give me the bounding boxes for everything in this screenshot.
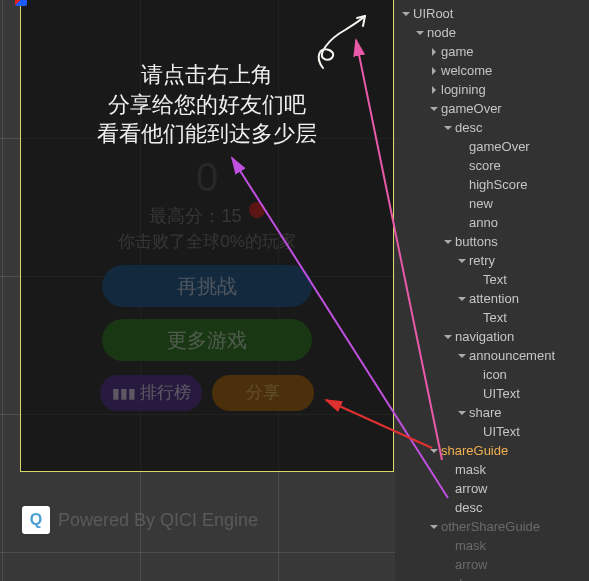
share-guide-line2: 分享给您的好友们吧 (20, 90, 394, 120)
caret-down-icon[interactable] (429, 446, 439, 456)
tree-item-label: UIText (483, 386, 520, 401)
tree-item-label: arrow (455, 557, 488, 572)
tree-item[interactable]: highScore (395, 175, 589, 194)
caret-none (443, 465, 453, 475)
tree-item[interactable]: gameOver (395, 137, 589, 156)
caret-none (457, 199, 467, 209)
caret-right-icon[interactable] (429, 66, 439, 76)
tree-item[interactable]: Text (395, 270, 589, 289)
caret-right-icon[interactable] (429, 47, 439, 57)
tree-item-label: retry (469, 253, 495, 268)
caret-down-icon[interactable] (429, 104, 439, 114)
tree-item[interactable]: announcement (395, 346, 589, 365)
tree-item[interactable]: arrow (395, 479, 589, 498)
caret-none (443, 503, 453, 513)
tree-item-label: score (469, 158, 501, 173)
tree-item[interactable]: arrow (395, 555, 589, 574)
tree-item[interactable]: icon (395, 365, 589, 384)
caret-down-icon[interactable] (443, 332, 453, 342)
tree-item[interactable]: mask (395, 460, 589, 479)
hierarchy-panel[interactable]: UIRootnodegamewelcomelogininggameOverdes… (395, 0, 589, 581)
caret-none (471, 275, 481, 285)
tree-item[interactable]: desc (395, 574, 589, 581)
tree-item-label: share (469, 405, 502, 420)
tree-item[interactable]: score (395, 156, 589, 175)
tree-item-label: otherShareGuide (441, 519, 540, 534)
tree-item-label: logining (441, 82, 486, 97)
tree-item[interactable]: welcome (395, 61, 589, 80)
tree-item-label: Text (483, 272, 507, 287)
tree-item-label: mask (455, 538, 486, 553)
tree-item[interactable]: new (395, 194, 589, 213)
tree-item-label: node (427, 25, 456, 40)
tree-item[interactable]: UIText (395, 384, 589, 403)
tree-item[interactable]: node (395, 23, 589, 42)
tree-item-label: UIRoot (413, 6, 453, 21)
caret-none (471, 389, 481, 399)
tree-item[interactable]: buttons (395, 232, 589, 251)
tree-item[interactable]: share (395, 403, 589, 422)
caret-none (471, 313, 481, 323)
caret-none (443, 560, 453, 570)
caret-none (471, 427, 481, 437)
tree-item-label: announcement (469, 348, 555, 363)
tree-item[interactable]: otherShareGuide (395, 517, 589, 536)
caret-down-icon[interactable] (457, 351, 467, 361)
tree-item-label: desc (455, 120, 482, 135)
tree-item-label: desc (455, 500, 482, 515)
tree-item[interactable]: gameOver (395, 99, 589, 118)
powered-by-text: Powered By QICI Engine (58, 510, 258, 531)
caret-down-icon[interactable] (457, 256, 467, 266)
caret-down-icon[interactable] (457, 294, 467, 304)
tree-item-label: highScore (469, 177, 528, 192)
caret-down-icon[interactable] (457, 408, 467, 418)
tree-item[interactable]: anno (395, 213, 589, 232)
qici-footer: Q Powered By QICI Engine (22, 506, 258, 534)
caret-none (457, 161, 467, 171)
caret-down-icon[interactable] (443, 237, 453, 247)
tree-item-label: navigation (455, 329, 514, 344)
caret-none (443, 541, 453, 551)
tree-item-label: gameOver (441, 101, 502, 116)
qici-logo-icon: Q (22, 506, 50, 534)
caret-down-icon[interactable] (401, 9, 411, 19)
tree-item[interactable]: game (395, 42, 589, 61)
tree-item-label: arrow (455, 481, 488, 496)
caret-down-icon[interactable] (429, 522, 439, 532)
tree-item[interactable]: UIText (395, 422, 589, 441)
tree-item-label: game (441, 44, 474, 59)
caret-none (457, 142, 467, 152)
tree-item[interactable]: desc (395, 118, 589, 137)
caret-none (443, 484, 453, 494)
tree-item-label: new (469, 196, 493, 211)
tree-item[interactable]: navigation (395, 327, 589, 346)
tree-item-label: attention (469, 291, 519, 306)
tree-item[interactable]: logining (395, 80, 589, 99)
tree-item-label: desc (455, 576, 482, 581)
tree-item[interactable]: retry (395, 251, 589, 270)
tree-item-label: UIText (483, 424, 520, 439)
tree-item-label: anno (469, 215, 498, 230)
tree-item[interactable]: desc (395, 498, 589, 517)
caret-none (471, 370, 481, 380)
tree-item[interactable]: Text (395, 308, 589, 327)
tree-item[interactable]: UIRoot (395, 4, 589, 23)
tree-item[interactable]: mask (395, 536, 589, 555)
tree-item-label: gameOver (469, 139, 530, 154)
caret-down-icon[interactable] (415, 28, 425, 38)
share-guide-line3: 看看他们能到达多少层 (20, 119, 394, 149)
caret-right-icon[interactable] (429, 85, 439, 95)
tree-item-label: buttons (455, 234, 498, 249)
game-preview-panel: 0 最高分：15 你击败了全球0%的玩家 再挑战 更多游戏 ▮▮▮排行榜 分享 … (0, 0, 395, 581)
caret-none (457, 180, 467, 190)
tree-item[interactable]: shareGuide (395, 441, 589, 460)
tree-item-label: Text (483, 310, 507, 325)
tree-item-label: shareGuide (441, 443, 508, 458)
tree-item-label: welcome (441, 63, 492, 78)
caret-down-icon[interactable] (443, 123, 453, 133)
tree-item[interactable]: attention (395, 289, 589, 308)
hand-drawn-arrow-icon (305, 10, 375, 80)
caret-none (457, 218, 467, 228)
tree-item-label: icon (483, 367, 507, 382)
tree-item-label: mask (455, 462, 486, 477)
